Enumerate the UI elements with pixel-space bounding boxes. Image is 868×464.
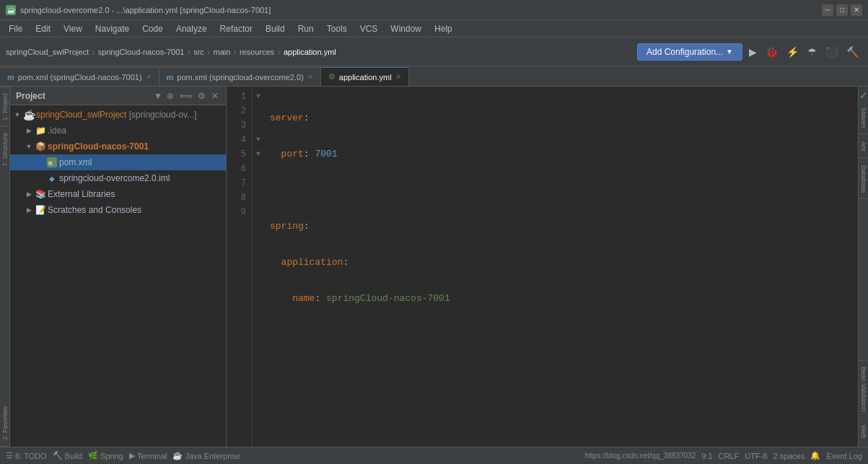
profile-button[interactable]: ⚡ (783, 44, 802, 60)
java-enterprise-tab[interactable]: ☕ Java Enterprise (172, 451, 240, 460)
build-tab[interactable]: 🔨 Build (53, 451, 82, 460)
tree-arrow-module: ▼ (25, 143, 33, 150)
project-panel: Project ▼ ⊕ ⟺ ⚙ ✕ ▼ ☕ springCloud_swlPro… (10, 87, 227, 447)
breadcrumb-project[interactable]: springCloud_swlProject (6, 48, 89, 56)
tree-label-module: springCloud-nacos-7001 (48, 141, 149, 152)
tree-item-external-libs[interactable]: ▶ 📚 External Libraries (10, 186, 226, 202)
favorites-panel-label[interactable]: 2: Favorites (0, 400, 9, 447)
tree-item-module[interactable]: ▼ 📦 springCloud-nacos-7001 (10, 139, 226, 154)
tab-pom-overcome-close[interactable]: ✕ (307, 73, 313, 81)
status-encoding[interactable]: UTF-8 (745, 452, 767, 460)
add-configuration-button[interactable]: Add Configuration... ▼ (637, 43, 742, 61)
tree-item-iml[interactable]: ◆ springcloud-overcome2.0.iml (10, 170, 226, 186)
status-bar: ☰ 6: TODO 🔨 Build 🌿 Spring ▶ Terminal ☕ … (0, 447, 868, 464)
tab-pom-nacos[interactable]: m pom.xml (springCloud-nacos-7001) ✕ (0, 67, 159, 86)
menu-tools[interactable]: Tools (321, 22, 353, 35)
panel-settings-button[interactable]: ⚙ (196, 89, 207, 102)
tab-yml-icon: ⚙ (328, 72, 336, 82)
tab-application-yml[interactable]: ⚙ application.yml ✕ (321, 67, 409, 86)
left-panel-strip: 1: Project 7: Structure 2: Favorites (0, 87, 10, 447)
structure-panel-label[interactable]: 7: Structure (0, 126, 9, 172)
code-line-8 (270, 364, 852, 378)
tree-arrow-scratches: ▶ (25, 206, 33, 214)
tree-item-scratches[interactable]: ▶ 📝 Scratches and Consoles (10, 202, 226, 218)
code-content[interactable]: server: port: 7001 spring: application: … (264, 87, 858, 447)
breadcrumb-src[interactable]: src (193, 48, 204, 56)
close-button[interactable]: ✕ (851, 4, 862, 16)
ant-panel-label[interactable]: Ant (859, 136, 869, 158)
line-num-4: 4 (227, 133, 252, 147)
menu-vcs[interactable]: VCS (354, 22, 384, 35)
minimize-button[interactable]: ─ (822, 4, 833, 16)
bean-validation-panel-label[interactable]: Bean Validation (859, 360, 869, 417)
terminal-label: Terminal (137, 452, 167, 460)
breadcrumb-file[interactable]: application.yml (284, 48, 336, 56)
menu-file[interactable]: File (3, 22, 28, 35)
tab-pom-overcome-label: pom.xml (springcloud-overcome2.0) (177, 73, 303, 82)
tree-label-root: springCloud_swlProject [springcloud-ov..… (36, 110, 197, 120)
breadcrumb-module[interactable]: springCloud-nacos-7001 (98, 48, 185, 56)
maven-panel-label[interactable]: Maven (859, 102, 869, 134)
terminal-tab[interactable]: ▶ Terminal (129, 451, 167, 460)
fold-btn-1[interactable]: ▼ (253, 89, 264, 104)
spring-tab[interactable]: 🌿 Spring (88, 451, 123, 460)
menu-refactor[interactable]: Refactor (214, 22, 258, 35)
debug-button[interactable]: 🐞 (762, 44, 781, 60)
menu-analyze[interactable]: Analyze (170, 22, 213, 35)
maximize-button[interactable]: □ (836, 4, 848, 16)
status-position[interactable]: 9:1 (701, 452, 712, 460)
tab-pom-nacos-close[interactable]: ✕ (146, 73, 152, 81)
panel-expand-button[interactable]: ⟺ (178, 89, 193, 102)
menu-view[interactable]: View (58, 22, 88, 35)
web-panel-label[interactable]: Web (859, 419, 869, 444)
toolbar: springCloud_swlProject › springCloud-nac… (0, 38, 868, 66)
line-num-2: 2 (227, 104, 252, 118)
tab-pom-overcome[interactable]: m pom.xml (springcloud-overcome2.0) ✕ (159, 67, 321, 86)
run-button[interactable]: ▶ (745, 44, 760, 60)
tree-item-idea[interactable]: ▶ 📁 .idea (10, 123, 226, 139)
module-icon: 📦 (35, 141, 46, 152)
status-indent[interactable]: 2 spaces (773, 452, 805, 460)
database-panel-label[interactable]: Database (859, 159, 869, 200)
breadcrumb-main[interactable]: main (214, 48, 231, 56)
menu-bar: File Edit View Navigate Code Analyze Ref… (0, 20, 868, 38)
panel-locate-button[interactable]: ⊕ (165, 89, 175, 102)
build-button[interactable]: 🔨 (843, 44, 862, 60)
status-left: ☰ 6: TODO 🔨 Build 🌿 Spring ▶ Terminal ☕ … (6, 451, 240, 460)
tree-item-pom[interactable]: m pom.xml (10, 154, 226, 170)
iml-file-icon: ◆ (46, 172, 58, 184)
event-log-label[interactable]: Event Log (826, 452, 862, 460)
line-num-5: 5 (227, 147, 252, 162)
fold-btn-4[interactable]: ▼ (253, 133, 264, 147)
tree-item-root[interactable]: ▼ ☕ springCloud_swlProject [springcloud-… (10, 107, 226, 123)
build-label: Build (65, 452, 82, 460)
todo-tab[interactable]: ☰ 6: TODO (6, 451, 47, 460)
code-line-7 (270, 328, 852, 342)
panel-close-button[interactable]: ✕ (210, 89, 220, 102)
menu-window[interactable]: Window (385, 22, 427, 35)
menu-navigate[interactable]: Navigate (89, 22, 135, 35)
external-libs-icon: 📚 (35, 188, 46, 200)
run-controls: ▶ 🐞 ⚡ ☂ ⬛ 🔨 (745, 44, 862, 60)
tab-pom-nacos-icon: m (7, 73, 14, 82)
tree-label-external-libs: External Libraries (48, 189, 115, 199)
project-panel-label[interactable]: 1: Project (0, 87, 9, 126)
breadcrumb-resources[interactable]: resources (240, 48, 274, 56)
menu-run[interactable]: Run (292, 22, 320, 35)
fold-btn-5[interactable]: ▼ (253, 147, 264, 162)
line-num-9: 9 (227, 205, 252, 219)
tab-yml-close[interactable]: ✕ (395, 73, 401, 81)
fold-gutter: ▼ ▼ ▼ (253, 87, 264, 447)
status-url: https://blog.csdn.net/qq_38837032 (585, 452, 696, 460)
menu-code[interactable]: Code (136, 22, 169, 35)
status-crlf[interactable]: CRLF (719, 452, 740, 460)
menu-edit[interactable]: Edit (30, 22, 56, 35)
breadcrumb-sep-2: › (187, 46, 190, 58)
coverage-button[interactable]: ☂ (804, 44, 820, 60)
menu-build[interactable]: Build (260, 22, 291, 35)
menu-help[interactable]: Help (429, 22, 458, 35)
code-editor[interactable]: 1 2 3 4 5 6 7 8 9 ▼ ▼ ▼ (227, 87, 858, 447)
project-panel-title: Project (16, 91, 151, 101)
add-config-arrow-icon: ▼ (726, 48, 733, 56)
stop-button[interactable]: ⬛ (822, 44, 841, 60)
